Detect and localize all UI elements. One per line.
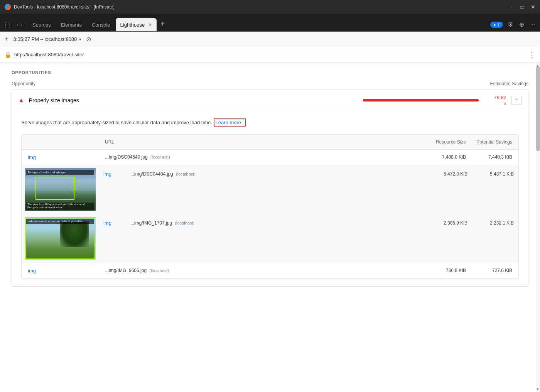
table-col-savings: Potential Savings: [466, 139, 512, 145]
tree-shape: [60, 221, 89, 247]
thumbnail-inner-1: Batagore's rolls and whisper The view fr…: [25, 168, 96, 211]
row-label-2[interactable]: img: [103, 220, 123, 226]
thumbnail-top-caption-2: salami town is a unique natural paradise: [26, 219, 94, 224]
browser-icon: [5, 4, 11, 10]
row-label-3[interactable]: img: [28, 268, 105, 274]
bottom-highlight: [25, 259, 96, 260]
audit-score-unit: s: [505, 101, 507, 106]
stop-button[interactable]: ⊘: [86, 35, 91, 43]
tab-console[interactable]: Console: [87, 18, 115, 31]
main-content: OPPORTUNITIES Opportunity Estimated Savi…: [0, 63, 540, 392]
more-icon-button[interactable]: ···: [529, 20, 537, 30]
title-bar: DevTools - localhost:8080/travel-site/ -…: [0, 0, 540, 14]
audit-header: ▲ Properly size images 79.82 s ⌃: [12, 90, 528, 111]
audit-bar-container: [363, 99, 479, 101]
row-savings-2: 2,232.1 KiB: [467, 220, 514, 226]
lock-icon: 🔒: [5, 52, 11, 58]
maximize-button[interactable]: ▭: [520, 4, 525, 10]
scroll-up-arrow[interactable]: ▲: [536, 63, 540, 68]
url-more-button[interactable]: ⋮: [528, 51, 535, 59]
device-icon-button[interactable]: ▭: [15, 19, 24, 30]
thumbnail-inner-2: salami town is a unique natural paradise: [25, 217, 96, 260]
thumbnail-1: Batagore's rolls and whisper The view fr…: [25, 168, 96, 211]
tab-lighthouse-close[interactable]: ✕: [148, 22, 152, 27]
row-url-1: ...img/DSC04484.jpg (localhost): [130, 171, 421, 177]
table-row: img ...img/IMG_9606.jpg (localhost) 736.…: [22, 263, 518, 278]
audit-score-container: 79.82 s: [483, 95, 506, 106]
scroll-down-arrow[interactable]: ▼: [536, 387, 540, 391]
scrollbar-thumb[interactable]: [536, 66, 540, 151]
warning-icon: ▲: [18, 97, 24, 104]
row-savings-0: 7,440.3 KiB: [466, 154, 512, 160]
address-time: 3:05:27 PM – localhost:8080 ▾: [14, 36, 81, 42]
audit-progress-bar: [363, 99, 479, 101]
col-header-savings: Estimated Savings: [490, 81, 528, 86]
title-bar-text: DevTools - localhost:8080/travel-site/ -…: [14, 4, 115, 10]
thumbnail-cell-2: salami town is a unique natural paradise: [22, 214, 99, 263]
row-size-1: 5,472.0 KiB: [421, 171, 467, 177]
table-header: URL Resource Size Potential Savings: [22, 135, 518, 150]
tab-sources[interactable]: Sources: [28, 18, 56, 31]
tab-sources-label: Sources: [32, 22, 51, 28]
title-bar-left: DevTools - localhost:8080/travel-site/ -…: [5, 4, 115, 10]
thumb-data-2: img ...img/IMG_1707.jpg (localhost) 2,30…: [99, 214, 518, 263]
audit-score-value: 79.82: [494, 95, 506, 100]
thumb-data-1: img ...img/DSC04484.jpg (localhost) 5,47…: [99, 165, 518, 214]
thumbnail-2: salami town is a unique natural paradise: [25, 217, 96, 260]
badge-icon: ●: [493, 22, 496, 27]
thumbnail-highlight: [35, 177, 74, 200]
url-display: http://localhost:8080/travel-site/: [14, 52, 525, 57]
row-label-0[interactable]: img: [28, 154, 105, 160]
close-button[interactable]: ✕: [531, 4, 535, 10]
audit-toggle-button[interactable]: ⌃: [511, 96, 522, 105]
address-bar: + 3:05:27 PM – localhost:8080 ▾ ⊘: [0, 32, 540, 47]
row-url-0: ...img/DSC04540.jpg (localhost): [105, 154, 420, 160]
table-col-resource: Resource Size: [420, 139, 466, 145]
column-headers: Opportunity Estimated Savings: [12, 81, 528, 90]
row-url-3: ...img/IMG_9606.jpg (localhost): [105, 268, 420, 273]
tab-bar: ⬚ ▭ Sources Elements Console Lighthouse …: [0, 14, 540, 32]
row-label-1[interactable]: img: [103, 171, 123, 177]
thumbnail-top-caption: Batagore's rolls and whisper: [26, 170, 94, 175]
items-table: URL Resource Size Potential Savings img …: [21, 134, 519, 279]
table-col-url: URL: [105, 139, 420, 145]
top-highlight: [25, 217, 96, 218]
table-row: salami town is a unique natural paradise…: [22, 214, 518, 263]
row-url-2: ...img/IMG_1707.jpg (localhost): [130, 220, 421, 226]
settings-icon-button[interactable]: ⚙: [506, 19, 515, 30]
tab-bar-left: ⬚ ▭: [3, 19, 24, 31]
tab-lighthouse-label: Lighthouse: [120, 22, 145, 28]
minimize-button[interactable]: ─: [510, 4, 513, 10]
profile-icon-button[interactable]: ⊕: [518, 19, 526, 30]
url-bar: 🔒 http://localhost:8080/travel-site/ ⋮: [0, 47, 540, 63]
tab-elements[interactable]: Elements: [56, 18, 86, 31]
audit-body: Serve images that are appropriately-size…: [12, 111, 528, 286]
section-title: OPPORTUNITIES: [12, 70, 528, 75]
audit-title: Properly size images: [29, 97, 358, 103]
new-tab-button[interactable]: +: [5, 35, 9, 43]
right-highlight: [94, 217, 96, 260]
inspect-icon-button[interactable]: ⬚: [3, 19, 12, 30]
audit-card: ▲ Properly size images 79.82 s ⌃ Serve i…: [12, 90, 528, 287]
tab-elements-label: Elements: [61, 22, 82, 28]
table-row: img ...img/DSC04540.jpg (localhost) 7,48…: [22, 150, 518, 165]
thumbnail-cell-1: Batagore's rolls and whisper The view fr…: [22, 165, 99, 214]
scrollbar-track[interactable]: ▲ ▼: [536, 63, 540, 392]
title-bar-controls: ─ ▭ ✕: [510, 4, 535, 10]
row-content-2: ...img/IMG_1707.jpg (localhost) 2,305.9 …: [130, 220, 514, 226]
row-size-3: 736.8 KiB: [420, 268, 466, 273]
tab-lighthouse[interactable]: Lighthouse ✕: [116, 18, 157, 31]
tab-bar-right: ● 7 ⚙ ⊕ ···: [490, 19, 537, 31]
row-savings-3: 727.6 KiB: [466, 268, 512, 273]
row-size-0: 7,488.0 KiB: [420, 154, 466, 160]
row-size-2: 2,305.9 KiB: [421, 220, 467, 226]
row-content-1: ...img/DSC04484.jpg (localhost) 5,472.0 …: [130, 171, 514, 177]
audit-description: Serve images that are appropriately-size…: [21, 119, 519, 127]
address-dropdown-arrow[interactable]: ▾: [79, 37, 81, 42]
learn-more-link[interactable]: Learn more .: [214, 118, 246, 127]
add-tab-button[interactable]: +: [157, 19, 168, 31]
notifications-badge[interactable]: ● 7: [490, 22, 503, 28]
table-row: Batagore's rolls and whisper The view fr…: [22, 165, 518, 214]
row-savings-1: 5,437.1 KiB: [467, 171, 514, 177]
left-highlight: [25, 217, 26, 260]
